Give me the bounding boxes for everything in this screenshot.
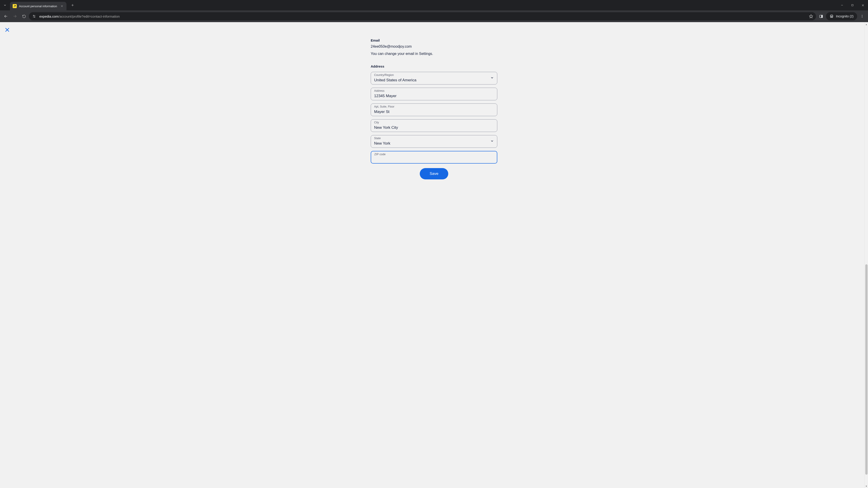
apt-input[interactable]: [374, 109, 494, 114]
page-close-button[interactable]: [4, 27, 10, 33]
country-label: Country/Region: [374, 73, 394, 76]
window-maximize-button[interactable]: [847, 0, 858, 10]
window-controls: [837, 0, 868, 10]
tab-search-button[interactable]: [1, 2, 8, 9]
incognito-icon: [830, 14, 834, 18]
email-section-label: Email: [371, 38, 497, 42]
browser-menu-button[interactable]: [858, 12, 866, 20]
incognito-indicator[interactable]: Incognito (2): [826, 12, 857, 20]
vertical-scrollbar[interactable]: ▴ ▾: [864, 22, 868, 488]
address-input[interactable]: [374, 94, 494, 98]
country-value: United States of America: [374, 78, 494, 83]
scroll-up-button[interactable]: ▴: [865, 22, 868, 26]
svg-point-24: [862, 17, 862, 18]
apt-label: Apt, Suite, Floor: [374, 105, 395, 108]
kebab-icon: [860, 14, 864, 18]
plus-icon: [71, 4, 74, 7]
reload-icon: [22, 14, 26, 18]
svg-point-23: [862, 16, 862, 17]
chevron-down-icon: [3, 4, 6, 7]
maximize-icon: [851, 4, 854, 6]
star-icon: [809, 14, 813, 18]
site-settings-button[interactable]: [32, 14, 37, 19]
nav-reload-button[interactable]: [20, 12, 28, 20]
tabstrip: Account personal information: [0, 0, 868, 10]
minimize-icon: [841, 4, 843, 6]
tune-icon: [32, 14, 36, 18]
browser-toolbar: expedia.com/account/profile?edit=contact…: [0, 10, 868, 22]
svg-rect-5: [852, 4, 853, 6]
zip-field[interactable]: ZIP code: [371, 151, 497, 164]
arrow-right-icon: [13, 14, 17, 18]
url-text: expedia.com/account/profile?edit=contact…: [39, 14, 805, 18]
address-section-label: Address: [371, 64, 497, 68]
svg-marker-14: [809, 15, 813, 18]
svg-point-19: [831, 17, 832, 18]
svg-point-22: [862, 15, 862, 15]
zip-label: ZIP code: [374, 153, 385, 156]
svg-point-13: [34, 17, 35, 18]
state-select[interactable]: State New York: [371, 135, 497, 148]
nav-forward-button[interactable]: [11, 12, 19, 20]
scroll-thumb[interactable]: [865, 264, 868, 475]
close-icon: [61, 5, 63, 7]
email-value: 24ee050e@moodjoy.com: [371, 44, 497, 48]
city-field[interactable]: City: [371, 119, 497, 132]
url-domain: expedia.com: [39, 14, 59, 18]
url-path: /account/profile?edit=contact-informatio…: [59, 14, 120, 18]
page-viewport: Email 24ee050e@moodjoy.com You can chang…: [0, 22, 868, 488]
window-minimize-button[interactable]: [837, 0, 847, 10]
address-label: Address: [374, 89, 384, 92]
side-panel-button[interactable]: [817, 12, 825, 20]
tab-close-button[interactable]: [60, 4, 64, 8]
save-row: Save: [371, 168, 497, 180]
city-label: City: [374, 121, 379, 124]
contact-info-form: Email 24ee050e@moodjoy.com You can chang…: [371, 22, 497, 180]
new-tab-button[interactable]: [69, 2, 76, 8]
browser-tab[interactable]: Account personal information: [10, 2, 66, 10]
address-field[interactable]: Address: [371, 88, 497, 100]
svg-rect-17: [822, 15, 823, 18]
close-icon: [862, 4, 864, 7]
city-input[interactable]: [374, 125, 494, 130]
country-select[interactable]: Country/Region United States of America: [371, 72, 497, 85]
bookmark-button[interactable]: [808, 13, 814, 20]
favicon: [13, 4, 17, 8]
arrow-up-right-icon: [13, 5, 16, 7]
chevron-down-icon: [490, 76, 494, 80]
state-value: New York: [374, 141, 494, 146]
state-label: State: [374, 137, 381, 140]
incognito-label: Incognito (2): [836, 14, 854, 18]
address-bar[interactable]: expedia.com/account/profile?edit=contact…: [29, 12, 816, 20]
arrow-left-icon: [4, 14, 8, 18]
window-close-button[interactable]: [858, 0, 868, 10]
close-icon: [4, 27, 10, 33]
svg-point-12: [33, 15, 34, 16]
browser-chrome: Account personal information: [0, 0, 868, 22]
nav-back-button[interactable]: [2, 12, 10, 20]
chevron-down-icon: [490, 139, 494, 144]
zip-input[interactable]: [374, 155, 494, 160]
save-button[interactable]: Save: [420, 168, 448, 180]
svg-point-20: [832, 17, 833, 18]
panel-icon: [819, 14, 823, 18]
email-note: You can change your email in Settings.: [371, 52, 497, 56]
apt-field[interactable]: Apt, Suite, Floor: [371, 103, 497, 116]
scroll-down-button[interactable]: ▾: [865, 484, 868, 488]
tab-title: Account personal information: [19, 4, 58, 8]
scroll-track[interactable]: [865, 26, 868, 484]
